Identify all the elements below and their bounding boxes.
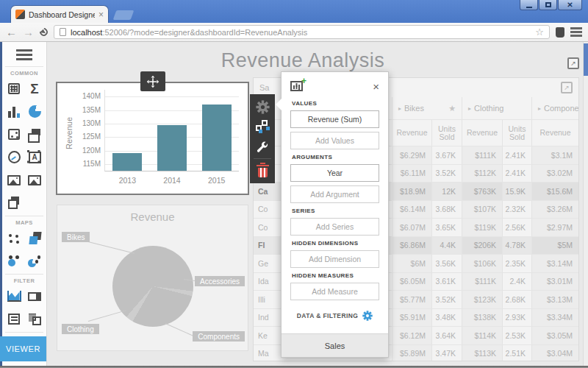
scatter-chart-icon[interactable] — [5, 127, 23, 143]
pivot-cell: $15.6M — [531, 183, 578, 200]
add-dimension-button[interactable]: Add Dimension — [290, 250, 379, 268]
data-filtering-link[interactable]: DATA & FILTERING — [282, 311, 388, 321]
close-button[interactable]: ✕ — [558, 0, 582, 10]
scrollbar-thumb[interactable] — [584, 43, 588, 76]
divider — [5, 66, 43, 67]
widget-toolbar — [250, 94, 275, 183]
export-icon: ↗ — [567, 57, 579, 69]
pie-map-icon[interactable] — [26, 253, 43, 269]
pivot-column-header: Units Sold — [502, 120, 531, 146]
pivot-export-icon[interactable]: ↗ — [561, 82, 573, 93]
pivot-cell: $5.77M — [392, 291, 431, 308]
browser-menu-icon[interactable] — [570, 27, 582, 29]
range-filter-icon[interactable] — [5, 289, 23, 305]
delete-button[interactable] — [250, 160, 275, 180]
bound-image-icon[interactable] — [26, 172, 43, 188]
add-chart-icon: + — [290, 81, 303, 91]
value-item-button[interactable]: Revenue (Sum) — [290, 110, 379, 128]
pivot-cell: 2.41K — [502, 146, 531, 164]
export-button[interactable]: ↗ — [567, 57, 579, 69]
pivot-column-header: Revenue — [462, 120, 502, 146]
pivot-cell: $6.86M — [392, 237, 431, 255]
add-argument-button[interactable]: Add Argument — [290, 185, 379, 203]
pivot-grid-icon[interactable] — [5, 81, 23, 97]
pivot-cell: 3.64K — [431, 327, 462, 344]
pivot-cell: $6.12M — [392, 327, 431, 344]
geo-point-map-icon[interactable] — [5, 230, 23, 247]
tree-view-icon[interactable] — [26, 311, 43, 328]
pivot-cell: 3.52K — [431, 291, 462, 308]
pivot-cell: $2.97M — [531, 219, 578, 236]
pivot-cell: 2.32K — [502, 201, 531, 219]
pie-label: Components — [193, 331, 245, 342]
pivot-cell: 2.41K — [502, 165, 531, 183]
chart-widget-selected[interactable]: Revenue 115M120M125M130M135M140M20132014… — [56, 82, 249, 195]
tab-close-icon[interactable]: × — [98, 10, 104, 19]
reload-button[interactable] — [38, 26, 49, 38]
pivot-column-header: Revenue — [531, 120, 578, 146]
pivot-cell: 3.67K — [431, 146, 462, 164]
scrollbar[interactable] — [583, 42, 588, 368]
filter-items — [2, 286, 46, 332]
dashboard-title: Revenue Analysis — [47, 49, 559, 72]
address-bar[interactable]: localhost:52006/?mode=designer&dashboard… — [54, 25, 550, 39]
maximize-button[interactable] — [539, 0, 557, 10]
bookmark-star-icon[interactable]: ☆ — [535, 27, 544, 37]
hamburger-menu-icon[interactable] — [16, 49, 32, 52]
list-box-icon[interactable] — [5, 311, 23, 328]
pivot-cell: 3.52K — [431, 165, 462, 183]
pivot-cell: 2.93K — [502, 309, 531, 327]
pivot-group-header[interactable]: ▸ Bikes ★ — [392, 97, 462, 119]
bind-data-icon — [256, 120, 270, 134]
pie-chart-widget[interactable]: Revenue Bikes Accessories Clothing Compo… — [57, 205, 248, 351]
extension-icon[interactable] — [556, 27, 564, 38]
expand-icon: ▸ — [398, 105, 401, 112]
minimize-button[interactable] — [520, 0, 538, 10]
pivot-cell: $3.1M — [531, 146, 578, 164]
browser-tab[interactable]: Dashboard Designer - ASP × — [10, 5, 109, 23]
pivot-cell: 12K — [431, 183, 462, 200]
forward-button[interactable]: → — [23, 26, 34, 38]
back-button[interactable]: ← — [6, 26, 17, 38]
pivot-column-header: Revenue — [392, 120, 431, 146]
pivot-cell: $3.01M — [531, 273, 578, 291]
data-source-button[interactable]: Sales — [282, 333, 388, 357]
choropleth-map-icon[interactable] — [26, 230, 43, 247]
panel-close-icon[interactable]: × — [373, 81, 379, 92]
card-icon[interactable] — [26, 127, 43, 143]
add-series-button[interactable]: Add Series — [290, 218, 379, 236]
pivot-group-header[interactable]: ▸ Clothing — [462, 97, 531, 119]
pivot-cell: $3.34M — [531, 309, 578, 327]
gear-button[interactable] — [250, 97, 275, 117]
bar-chart-icon[interactable] — [5, 104, 23, 120]
gauge-icon[interactable] — [5, 149, 23, 166]
pie-chart-icon[interactable] — [26, 104, 43, 120]
argument-item-button[interactable]: Year — [290, 164, 379, 182]
pivot-cell: $5.91M — [392, 309, 431, 327]
text-box-icon[interactable]: A — [26, 149, 43, 166]
pivot-cell: $3.13M — [531, 291, 578, 308]
bubble-map-icon[interactable] — [5, 253, 23, 269]
bind-data-button[interactable] — [250, 117, 275, 137]
sum-icon[interactable]: Σ — [26, 81, 43, 97]
combo-box-icon[interactable] — [26, 289, 43, 305]
y-tick-label: 140M — [70, 92, 101, 100]
add-values-button[interactable]: Add Values — [290, 132, 379, 149]
browser-tab-strip: Dashboard Designer - ASP × ✕ — [0, 0, 588, 23]
group-icon[interactable] — [5, 195, 23, 211]
pivot-cell: $6.05M — [392, 273, 431, 291]
move-handle[interactable] — [140, 71, 165, 91]
divider — [5, 274, 43, 275]
bar-chart-plot: 115M120M125M130M135M140M201320142015 — [104, 90, 239, 171]
y-tick-label: 135M — [70, 106, 101, 114]
image-icon[interactable] — [5, 172, 23, 188]
pivot-group-header[interactable]: ▸ Components — [531, 97, 578, 119]
add-measure-button[interactable]: Add Measure — [290, 283, 379, 300]
pie-chart-title: Revenue — [57, 210, 248, 223]
callout-line — [88, 310, 126, 322]
viewer-button[interactable]: VIEWER — [0, 336, 46, 361]
dashboard-canvas: Revenue Analysis ↗ Sa ↗ ▸ Bikes ★ ▸ — [47, 42, 588, 368]
new-tab-button[interactable] — [113, 10, 135, 20]
options-button[interactable] — [250, 137, 275, 157]
trash-icon — [258, 168, 268, 177]
